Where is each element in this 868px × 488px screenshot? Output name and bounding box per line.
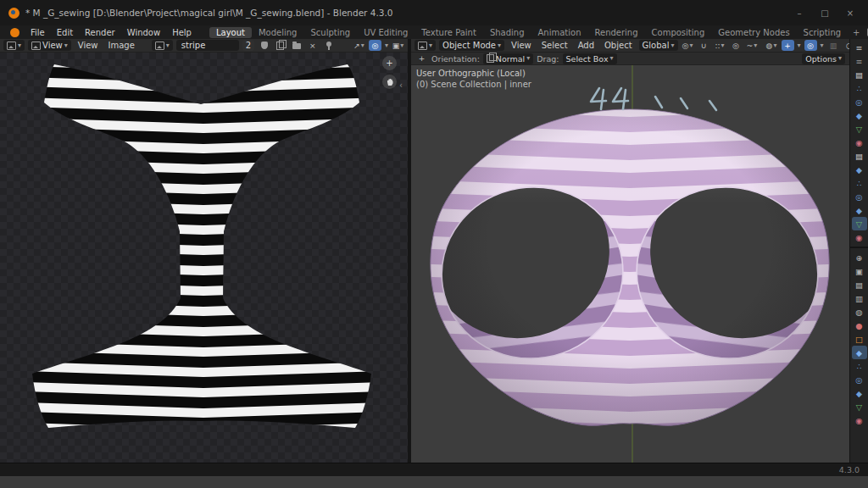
visibility-icon: ◍	[766, 42, 773, 50]
properties-tab-data[interactable]: ▽	[852, 400, 867, 413]
menu-render[interactable]: Render	[79, 27, 121, 38]
uv-snap-button[interactable]: ↗▾	[353, 40, 365, 51]
viewport-menu-view[interactable]: View	[508, 41, 535, 50]
browse-image-button[interactable]: ▾	[152, 40, 173, 51]
properties-tab-view-layer[interactable]: ▥	[852, 291, 867, 305]
constraint-icon[interactable]: ◆	[852, 108, 867, 122]
tab-sculpting[interactable]: Sculpting	[303, 27, 357, 38]
sidebar-collapse-arrow[interactable]: ‹	[399, 80, 403, 90]
tab-geometry-nodes[interactable]: Geometry Nodes	[711, 27, 796, 38]
proportional-editing-button[interactable]: ◎	[369, 40, 381, 51]
transform-orientation-dropdown[interactable]: Global ▾	[639, 40, 678, 51]
proportional-editing-button[interactable]: ◎	[730, 40, 743, 51]
tab-rendering[interactable]: Rendering	[587, 27, 644, 38]
active-collection-text: (0) Scene Collection | inner	[416, 79, 531, 90]
snap-with-icon: ::	[715, 42, 720, 50]
properties-tab-material[interactable]: ◉	[852, 413, 867, 427]
particles-icon[interactable]: ∴	[852, 176, 867, 190]
scene-selector[interactable]: ▾ Scene ×	[865, 27, 868, 38]
material-icon[interactable]: ◉	[852, 136, 867, 149]
properties-tab-output[interactable]: ▤	[852, 278, 867, 291]
material-icon[interactable]: ◉	[852, 230, 867, 244]
top-menu-bar: File Edit Render Window Help Layout Mode…	[0, 25, 868, 39]
open-image-button[interactable]	[290, 40, 303, 51]
close-button[interactable]: ×	[837, 3, 863, 22]
physics-icon[interactable]: ◎	[852, 95, 867, 108]
mesh-data-icon[interactable]: ▽	[852, 217, 867, 230]
bottom-strip	[0, 476, 868, 488]
tab-texture-paint[interactable]: Texture Paint	[415, 27, 483, 38]
tab-animation[interactable]: Animation	[531, 27, 588, 38]
collection-icon[interactable]: ▤	[852, 149, 867, 163]
outliner-display-mode-icon[interactable]: ≡	[852, 54, 867, 68]
active-tool-move-icon[interactable]: +	[415, 53, 428, 64]
properties-tab-constraints[interactable]: ◆	[852, 386, 867, 400]
properties-tab-render[interactable]: ▣	[852, 264, 867, 278]
properties-tab-tool[interactable]: ⊕	[852, 251, 867, 264]
image-users-button[interactable]: 2	[242, 40, 254, 51]
add-workspace-button[interactable]: +	[848, 27, 865, 38]
image-editor-menu-image[interactable]: Image	[105, 41, 138, 50]
blender-menu-icon[interactable]	[10, 28, 19, 37]
physics-icon[interactable]: ◎	[852, 190, 867, 203]
tab-layout[interactable]: Layout	[209, 27, 252, 38]
gizmo-icon: +	[784, 42, 791, 50]
xray-toggle-button[interactable]: ▥	[827, 40, 840, 51]
zoom-gizmo[interactable]: +	[382, 56, 397, 70]
tab-modeling[interactable]: Modeling	[252, 27, 304, 38]
collection-icon[interactable]: ▤	[852, 68, 867, 81]
chevron-down-icon: ▾	[361, 42, 364, 49]
new-image-button[interactable]	[274, 40, 287, 51]
menu-file[interactable]: File	[25, 27, 51, 38]
properties-tab-modifiers[interactable]: ◆	[852, 346, 867, 359]
viewport-menu-select[interactable]: Select	[538, 41, 571, 50]
object-visibility-dropdown[interactable]: ◍▾	[765, 40, 778, 51]
chevron-down-icon: ▾	[721, 42, 725, 49]
options-dropdown[interactable]: Options ▾	[802, 53, 845, 64]
snap-settings-button[interactable]: ::▾	[714, 40, 726, 51]
properties-tab-particles[interactable]: ∴	[852, 359, 867, 373]
menu-window[interactable]: Window	[121, 27, 166, 38]
editor-type-button[interactable]: ▾	[415, 40, 436, 51]
properties-tab-world[interactable]: ●	[852, 319, 867, 332]
tab-shading[interactable]: Shading	[483, 27, 531, 38]
show-gizmo-button[interactable]: +	[782, 40, 794, 51]
tool-orientation-dropdown[interactable]: Normal ▾	[483, 53, 533, 64]
copy-icon	[276, 42, 284, 50]
mode-dropdown[interactable]: Object Mode ▾	[439, 40, 504, 51]
properties-tab-object[interactable]: □	[852, 332, 867, 346]
mesh-data-icon[interactable]: ▽	[852, 122, 867, 136]
maximize-button[interactable]: □	[812, 3, 837, 22]
menu-edit[interactable]: Edit	[51, 27, 79, 38]
fake-user-button[interactable]	[258, 40, 270, 51]
unlink-image-button[interactable]: ×	[306, 40, 319, 51]
viewport-menu-add[interactable]: Add	[575, 41, 598, 50]
viewport-menu-object[interactable]: Object	[601, 41, 636, 50]
garment-object[interactable]	[416, 109, 844, 425]
editor-type-outliner-icon[interactable]: ≡	[852, 41, 867, 54]
pin-image-button[interactable]	[322, 40, 335, 51]
snap-toggle-button[interactable]: ∪	[698, 40, 710, 51]
pan-gizmo[interactable]	[382, 75, 397, 89]
xray-icon: ▥	[830, 42, 837, 50]
constraint-icon[interactable]: ◆	[852, 203, 867, 217]
image-name-field[interactable]: stripe	[176, 40, 239, 51]
tab-compositing[interactable]: Compositing	[645, 27, 712, 38]
tab-uv-editing[interactable]: UV Editing	[357, 27, 415, 38]
chevron-down-icon: ▾	[754, 42, 757, 49]
properties-tab-scene[interactable]: ◍	[852, 305, 867, 319]
pivot-point-button[interactable]: ◎▾	[682, 40, 694, 51]
menu-help[interactable]: Help	[166, 27, 198, 38]
tab-scripting[interactable]: Scripting	[797, 27, 848, 38]
minimize-button[interactable]: –	[787, 3, 812, 22]
drag-dropdown[interactable]: Select Box ▾	[563, 53, 617, 64]
falloff-dropdown[interactable]: ~▾	[746, 40, 759, 51]
image-editor-menu-view[interactable]: View	[75, 41, 102, 50]
modifier-icon[interactable]: ◆	[852, 163, 867, 176]
display-channels-button[interactable]: ▣▾	[392, 40, 404, 51]
particles-icon[interactable]: ∴	[852, 81, 867, 95]
show-overlays-button[interactable]: ◎	[804, 40, 817, 51]
properties-tab-physics[interactable]: ◎	[852, 373, 867, 386]
image-editor-mode-dropdown[interactable]: View ▾	[28, 40, 71, 51]
editor-type-button[interactable]: ▾	[3, 40, 25, 51]
